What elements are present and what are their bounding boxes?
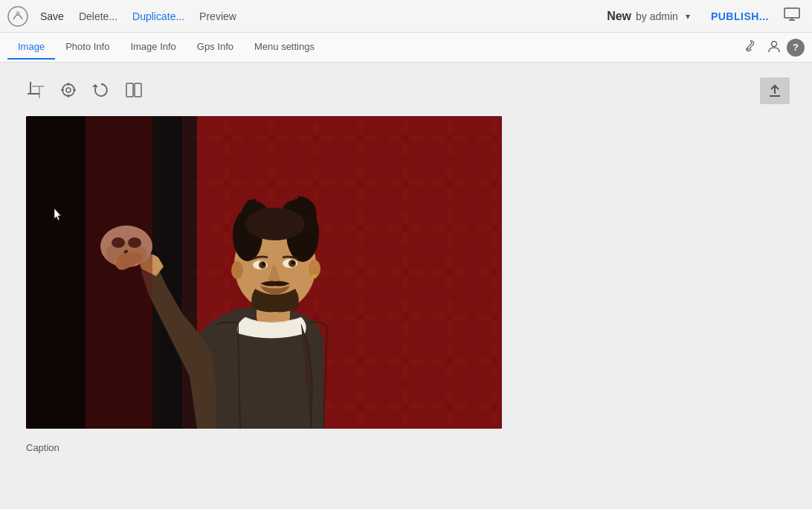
monitor-icon-button[interactable]: [779, 4, 805, 28]
svg-point-0: [8, 7, 28, 26]
crop-icon: [27, 81, 45, 99]
caption-label: Caption: [26, 442, 59, 453]
tab-image[interactable]: Image: [7, 35, 55, 60]
duplicate-button[interactable]: Duplicate...: [126, 7, 190, 25]
columns-tool-button[interactable]: [120, 78, 147, 104]
status-area: New by admin ▾: [607, 10, 693, 23]
upload-icon: [767, 83, 782, 98]
svg-rect-54: [86, 116, 152, 429]
image-container: [26, 116, 502, 429]
svg-point-1: [16, 11, 20, 16]
svg-point-50: [291, 261, 295, 265]
tab-image-info[interactable]: Image Info: [120, 35, 186, 60]
app-logo: [7, 6, 28, 27]
upload-button[interactable]: [760, 77, 790, 104]
svg-rect-18: [126, 83, 133, 97]
svg-rect-19: [135, 83, 141, 97]
crop-tool-button[interactable]: [22, 78, 49, 104]
publish-button[interactable]: PUBLISH...: [703, 7, 776, 25]
monitor-icon: [784, 7, 800, 21]
focus-icon: [59, 81, 77, 99]
tab-photo-info[interactable]: Photo Info: [55, 35, 120, 60]
painting-image: [26, 116, 502, 429]
caption-area: Caption: [22, 441, 790, 454]
svg-marker-17: [92, 84, 98, 87]
svg-point-53: [312, 274, 317, 278]
svg-point-12: [66, 88, 71, 92]
user-icon-button[interactable]: [761, 36, 787, 59]
tab-menu-settings[interactable]: Menu settings: [244, 35, 325, 60]
svg-point-49: [262, 263, 265, 266]
svg-point-6: [772, 41, 777, 46]
columns-icon: [125, 81, 143, 99]
status-by-label: by admin: [636, 10, 678, 22]
svg-point-52: [231, 261, 243, 279]
top-toolbar: Save Delete... Duplicate... Preview New …: [0, 0, 812, 33]
save-button[interactable]: Save: [34, 7, 70, 25]
focus-tool-button[interactable]: [55, 78, 82, 104]
tab-gps-info[interactable]: Gps Info: [187, 35, 244, 60]
help-button[interactable]: ?: [787, 39, 805, 57]
svg-rect-2: [784, 8, 799, 18]
delete-button[interactable]: Delete...: [73, 7, 123, 25]
user-icon: [767, 39, 781, 53]
main-content: Caption: [0, 63, 812, 509]
preview-button[interactable]: Preview: [193, 7, 242, 25]
svg-point-11: [62, 84, 74, 96]
tab-bar: Image Photo Info Image Info Gps Info Men…: [0, 33, 812, 63]
status-dropdown-arrow[interactable]: ▾: [683, 10, 693, 23]
image-toolbar: [22, 77, 790, 104]
settings-icon-button[interactable]: [736, 36, 761, 59]
rotate-tool-button[interactable]: [88, 78, 115, 104]
svg-point-44: [245, 208, 305, 240]
wrench-icon: [742, 39, 755, 53]
status-new-label: New: [607, 10, 631, 23]
rotate-icon: [92, 81, 110, 99]
